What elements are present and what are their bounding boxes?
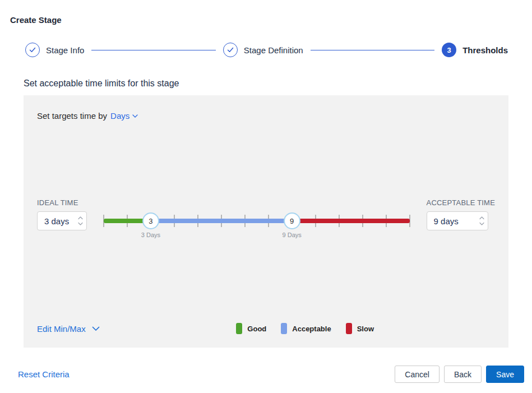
acceptable-time-stepper bbox=[479, 216, 484, 225]
target-time-label: Set targets time by bbox=[37, 111, 107, 121]
threshold-slider: 33 Days99 Days bbox=[104, 211, 410, 230]
increment-button[interactable] bbox=[479, 216, 484, 220]
check-icon bbox=[29, 47, 36, 53]
legend-swatch-acceptable bbox=[281, 323, 287, 334]
step-number-badge: 3 bbox=[442, 43, 456, 57]
chevron-down-icon bbox=[132, 114, 138, 118]
stepper-step-stage-info[interactable]: Stage Info bbox=[25, 43, 84, 57]
step-complete-circle bbox=[25, 43, 40, 57]
edit-minmax-toggle[interactable]: Edit Min/Max bbox=[37, 324, 100, 334]
reset-criteria-link[interactable]: Reset Criteria bbox=[18, 369, 70, 379]
ideal-time-label: IDEAL TIME bbox=[37, 198, 87, 207]
step-label: Stage Info bbox=[46, 45, 84, 55]
slider-handle-label: 9 Days bbox=[283, 232, 302, 238]
create-stage-dialog: Create Stage Stage Info Stage Definition… bbox=[0, 15, 532, 383]
step-complete-circle bbox=[223, 43, 238, 57]
increment-button[interactable] bbox=[78, 216, 83, 220]
panel-bottom-row: Edit Min/Max Good Acceptable Slow bbox=[37, 323, 495, 334]
cancel-button[interactable]: Cancel bbox=[395, 366, 440, 383]
acceptable-time-label: ACCEPTABLE TIME bbox=[427, 198, 495, 207]
stepper-step-stage-definition[interactable]: Stage Definition bbox=[223, 43, 303, 57]
slider-handle-label: 3 Days bbox=[141, 232, 160, 238]
acceptable-time-input-group bbox=[427, 211, 488, 230]
slider-legend: Good Acceptable Slow bbox=[236, 323, 374, 334]
step-label: Thresholds bbox=[462, 45, 508, 55]
ideal-time-input-group bbox=[37, 211, 87, 230]
page-title: Create Stage bbox=[10, 15, 532, 25]
legend-swatch-good bbox=[236, 323, 242, 334]
legend-label: Acceptable bbox=[292, 325, 331, 333]
dialog-footer: Reset Criteria Cancel Back Save bbox=[18, 366, 524, 383]
section-heading: Set acceptable time limits for this stag… bbox=[24, 78, 508, 89]
slider-handle-value: 3 bbox=[149, 217, 152, 225]
legend-swatch-slow bbox=[346, 323, 352, 334]
threshold-slider-track[interactable]: 33 Days99 Days bbox=[104, 211, 410, 230]
slider-handle-value: 9 bbox=[290, 217, 294, 225]
slider-segment-acceptable bbox=[151, 219, 292, 223]
stepper-connector bbox=[311, 50, 434, 50]
legend-label: Slow bbox=[357, 325, 374, 333]
ideal-time-stepper bbox=[78, 216, 83, 225]
legend-item-slow: Slow bbox=[346, 323, 374, 334]
legend-item-good: Good bbox=[236, 323, 266, 334]
slider-segment-slow bbox=[292, 219, 410, 223]
back-button[interactable]: Back bbox=[444, 366, 482, 383]
threshold-slider-row: IDEAL TIME 33 Days99 Days bbox=[37, 198, 495, 230]
stepper-connector bbox=[91, 50, 215, 50]
decrement-button[interactable] bbox=[479, 222, 484, 225]
slider-handle[interactable]: 99 Days bbox=[284, 212, 300, 229]
edit-minmax-label: Edit Min/Max bbox=[37, 324, 86, 334]
decrement-button[interactable] bbox=[78, 222, 83, 225]
chevron-down-icon bbox=[92, 326, 100, 331]
days-dropdown-value: Days bbox=[110, 111, 129, 121]
thresholds-panel: Set targets time by Days IDEAL TIME bbox=[24, 95, 508, 348]
footer-buttons: Cancel Back Save bbox=[395, 366, 524, 383]
check-icon bbox=[227, 47, 234, 53]
target-time-line: Set targets time by Days bbox=[37, 111, 495, 121]
legend-item-acceptable: Acceptable bbox=[281, 323, 331, 334]
save-button[interactable]: Save bbox=[486, 366, 524, 383]
legend-label: Good bbox=[247, 325, 266, 333]
slider-handle[interactable]: 33 Days bbox=[142, 212, 159, 229]
days-dropdown[interactable]: Days bbox=[110, 111, 138, 121]
stepper-step-thresholds[interactable]: 3 Thresholds bbox=[442, 43, 508, 57]
stepper: Stage Info Stage Definition 3 Thresholds bbox=[25, 43, 508, 57]
step-label: Stage Definition bbox=[244, 45, 303, 55]
